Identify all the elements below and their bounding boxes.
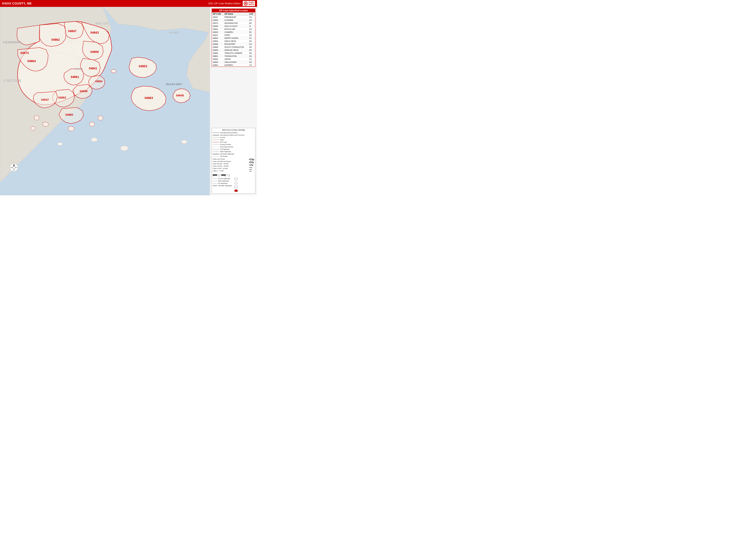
cell-zip: 04854 bbox=[212, 40, 224, 42]
legend-primary-streets: Primary Streets bbox=[213, 144, 254, 145]
logo-text: target MAPS bbox=[249, 1, 254, 6]
zip-index-box: ZIP Code Index/Grid Locator ZIP Code ZIP… bbox=[212, 8, 255, 67]
cell-name: ISLE AU HAUT bbox=[224, 25, 249, 28]
table-row: 04859SPRUCE HEADD5 bbox=[212, 49, 255, 52]
cell-name: SOUTH THOMASTON bbox=[224, 46, 249, 49]
legend-state-hwy: State Highways bbox=[213, 151, 254, 152]
legend-city-towns: Cities and Towns bbox=[213, 158, 247, 160]
map-zip-04862: 04862 bbox=[51, 38, 60, 41]
cell-name: HOPE bbox=[224, 34, 249, 37]
svg-rect-13 bbox=[213, 174, 217, 176]
cell-name: OWLS HEAD bbox=[224, 40, 249, 42]
region-knox: KNOX bbox=[75, 67, 83, 71]
legend-us-hwy-2: US Highways bbox=[213, 182, 232, 184]
map-zip-04847: 04847 bbox=[68, 29, 77, 33]
cell-zip: 04859 bbox=[212, 49, 224, 52]
cell-loc: I4 bbox=[248, 25, 255, 28]
col-zip: ZIP Code bbox=[212, 12, 224, 16]
cell-zip: 04645 bbox=[212, 25, 224, 28]
svg-text:10: 10 bbox=[225, 175, 226, 177]
cell-loc: G5 bbox=[248, 61, 255, 64]
main-content: 04862 04574 04847 04843 04864 04856 0484… bbox=[0, 7, 257, 195]
legend-cities-left: Cities and Towns Cities 100,000 and Abov… bbox=[213, 158, 247, 172]
legend-state: State bbox=[213, 139, 254, 141]
map-zip-04863: 04863 bbox=[145, 96, 153, 99]
svg-text:S: S bbox=[13, 170, 14, 171]
header-subtitle: 2021 ZIP Code Redline Edition bbox=[208, 2, 240, 5]
cell-loc: D3 bbox=[248, 28, 255, 31]
page-header: KNOX COUNTY, ME 2021 ZIP Code Redline Ed… bbox=[0, 0, 257, 7]
legend-city-25k: Cities 25,000 - 49,999 bbox=[213, 165, 247, 167]
map-zip-04860: 04860 bbox=[65, 113, 73, 116]
legend-county: County bbox=[213, 137, 254, 138]
cell-loc: C2 bbox=[248, 58, 255, 61]
cell-name: THOMASTON bbox=[224, 55, 249, 58]
cell-name: TENANTS HARBOR bbox=[224, 52, 249, 55]
map-zip-04853: 04853 bbox=[139, 64, 147, 68]
legend-roads-left: County Highways State Highways US Highwa… bbox=[213, 178, 232, 193]
cell-zip: 04860 bbox=[212, 52, 224, 55]
legend-roads-right: — — — bbox=[234, 178, 238, 193]
cell-loc: F3 bbox=[248, 37, 255, 40]
county-shield: — bbox=[234, 178, 238, 181]
cell-zip: 04856 bbox=[212, 42, 224, 46]
cell-zip: 04861 bbox=[212, 55, 224, 58]
cell-zip: 04843 bbox=[212, 31, 224, 34]
legend-road-symbols: County Highways State Highways US Highwa… bbox=[213, 178, 254, 193]
cell-loc: E4 bbox=[248, 40, 255, 42]
table-row: 04854OWLS HEADE4 bbox=[212, 40, 255, 42]
svg-text:N: N bbox=[13, 164, 14, 165]
map-zip-04861: 04861 bbox=[71, 75, 79, 79]
cell-name: ROCKPORT bbox=[224, 42, 249, 46]
state-hwy-line-2 bbox=[213, 181, 217, 181]
cell-zip: 04858 bbox=[212, 46, 224, 49]
legend-zip: ZIP Code bbox=[213, 141, 254, 143]
region-lincoln: LINCOLN bbox=[3, 79, 22, 83]
legend-cities-section: Cities and Towns Cities 100,000 and Abov… bbox=[213, 158, 254, 172]
cell-zip: 04841 bbox=[212, 28, 224, 31]
legend-city-right: •City •City •City •city •city •city bbox=[249, 158, 254, 172]
cell-loc: E2 bbox=[248, 31, 255, 34]
map-zip-04864: 04864 bbox=[27, 59, 36, 63]
region-kennebec: KENNEBEC bbox=[3, 40, 22, 44]
table-row: 04864WARRENC3 bbox=[212, 64, 255, 67]
legend-line-primary bbox=[213, 144, 219, 145]
county-hwy-line bbox=[213, 178, 217, 179]
table-row: 04863VINALHAVENG5 bbox=[212, 61, 255, 64]
legend-line-county bbox=[213, 137, 219, 138]
svg-text:W: W bbox=[10, 167, 12, 168]
right-panel: ZIP Code Index/Grid Locator ZIP Code ZIP… bbox=[210, 7, 257, 195]
col-name: ZIP Name bbox=[224, 12, 249, 16]
map-zip-04843: 04843 bbox=[90, 31, 99, 34]
map-zip-04645: 04645 bbox=[176, 94, 184, 97]
legend-city-display-2: •City bbox=[249, 161, 254, 164]
page-title: KNOX COUNTY, ME bbox=[2, 2, 32, 5]
small-island-3 bbox=[57, 142, 63, 146]
legend-interstate: Interstate Highways bbox=[213, 153, 254, 155]
table-row: 04853NORTH HAVENF3 bbox=[212, 37, 255, 40]
legend-title: 2021 Knox County 1:85 Map bbox=[213, 129, 254, 131]
small-island-1 bbox=[111, 69, 116, 73]
small-island-5 bbox=[181, 140, 187, 144]
legend-interstate-2: Interstate Highways bbox=[213, 185, 232, 186]
legend-county-hwy: County Highways bbox=[213, 178, 232, 179]
table-row: 04841ROCKLANDD3 bbox=[212, 28, 255, 31]
legend-line-zip bbox=[213, 142, 219, 142]
cell-zip: 04864 bbox=[212, 64, 224, 67]
small-island-2 bbox=[91, 138, 97, 142]
svg-point-2 bbox=[245, 3, 246, 4]
legend-city-50k: Cities 50,000 - 99,999 bbox=[213, 163, 247, 165]
legend-city-display-1: •City bbox=[249, 158, 254, 161]
table-row: 04563CUSHINGC5 bbox=[212, 19, 255, 22]
map-zip-04854: 04854 bbox=[95, 80, 103, 83]
state-shield-svg: — bbox=[234, 181, 238, 184]
interstate-shield-svg: — bbox=[234, 189, 238, 192]
cell-zip: 04574 bbox=[212, 22, 224, 25]
table-row: 04574WASHINGTONB2 bbox=[212, 22, 255, 25]
table-row: 04858SOUTH THOMASTOND5 bbox=[212, 46, 255, 49]
svg-text:—: — bbox=[235, 182, 236, 184]
col-loc: LOC bbox=[248, 12, 255, 16]
cell-name: VINALHAVEN bbox=[224, 61, 249, 64]
svg-text:—: — bbox=[235, 190, 236, 192]
cell-loc: C5 bbox=[248, 16, 255, 19]
